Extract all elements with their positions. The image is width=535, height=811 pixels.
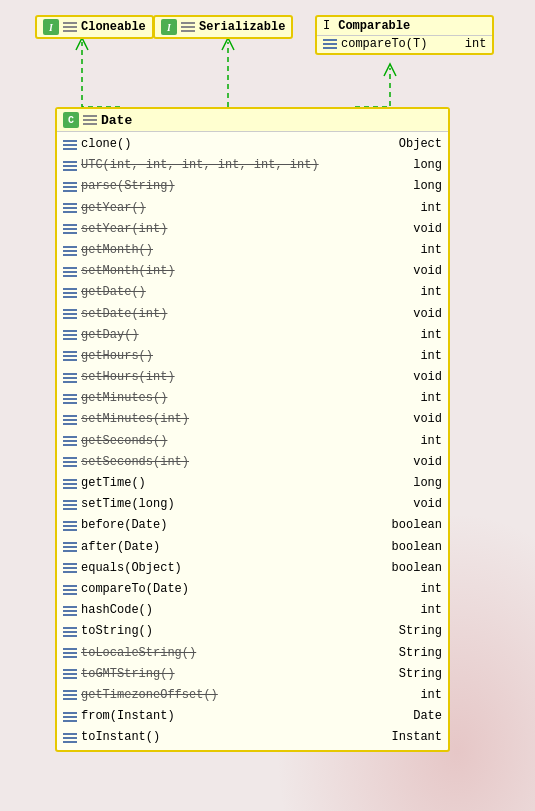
method-name: from(Instant) bbox=[81, 707, 383, 726]
method-row: getHours()int bbox=[57, 346, 448, 367]
method-name: getDate() bbox=[81, 283, 383, 302]
method-row: toInstant()Instant bbox=[57, 727, 448, 748]
comparable-method-row: compareTo(T) int bbox=[317, 35, 492, 53]
method-icon bbox=[63, 307, 77, 321]
method-icon bbox=[63, 646, 77, 660]
method-row: getYear()int bbox=[57, 198, 448, 219]
serializable-icon: I bbox=[161, 19, 177, 35]
serializable-label: Serializable bbox=[199, 20, 285, 34]
comparable-title-row: I Comparable bbox=[317, 17, 492, 35]
method-icon bbox=[63, 625, 77, 639]
date-class-icon: C bbox=[63, 112, 79, 128]
method-name: setYear(int) bbox=[81, 220, 383, 239]
method-row: getSeconds()int bbox=[57, 431, 448, 452]
method-return-type: String bbox=[387, 644, 442, 663]
comparable-method-icon bbox=[323, 37, 337, 51]
method-name: toString() bbox=[81, 622, 383, 641]
method-name: clone() bbox=[81, 135, 383, 154]
serializable-lines-icon bbox=[181, 20, 195, 34]
method-return-type: int bbox=[387, 686, 442, 705]
method-return-type: void bbox=[387, 220, 442, 239]
method-name: UTC(int, int, int, int, int, int) bbox=[81, 156, 383, 175]
comparable-return-type: int bbox=[431, 37, 486, 51]
method-row: before(Date)boolean bbox=[57, 515, 448, 536]
method-return-type: String bbox=[387, 622, 442, 641]
method-icon bbox=[63, 434, 77, 448]
method-icon bbox=[63, 286, 77, 300]
method-return-type: int bbox=[387, 389, 442, 408]
method-return-type: long bbox=[387, 177, 442, 196]
method-return-type: void bbox=[387, 262, 442, 281]
comparable-interface: I Comparable compareTo(T) int bbox=[315, 15, 494, 55]
method-return-type: Object bbox=[387, 135, 442, 154]
method-name: setMinutes(int) bbox=[81, 410, 383, 429]
method-return-type: String bbox=[387, 665, 442, 684]
method-return-type: int bbox=[387, 199, 442, 218]
method-row: setHours(int)void bbox=[57, 367, 448, 388]
method-name: getSeconds() bbox=[81, 432, 383, 451]
method-row: compareTo(Date)int bbox=[57, 579, 448, 600]
comparable-method-name: compareTo(T) bbox=[341, 37, 427, 51]
method-row: getDay()int bbox=[57, 325, 448, 346]
method-row: toLocaleString()String bbox=[57, 643, 448, 664]
method-icon bbox=[63, 159, 77, 173]
method-row: UTC(int, int, int, int, int, int)long bbox=[57, 155, 448, 176]
method-return-type: boolean bbox=[387, 516, 442, 535]
method-name: toGMTString() bbox=[81, 665, 383, 684]
method-icon bbox=[63, 604, 77, 618]
method-icon bbox=[63, 561, 77, 575]
method-name: setMonth(int) bbox=[81, 262, 383, 281]
method-row: toGMTString()String bbox=[57, 664, 448, 685]
method-name: getTime() bbox=[81, 474, 383, 493]
comparable-icon: I bbox=[323, 19, 330, 33]
method-name: setTime(long) bbox=[81, 495, 383, 514]
method-name: getYear() bbox=[81, 199, 383, 218]
method-name: before(Date) bbox=[81, 516, 383, 535]
method-name: after(Date) bbox=[81, 538, 383, 557]
method-icon bbox=[63, 477, 77, 491]
method-name: setDate(int) bbox=[81, 305, 383, 324]
method-icon bbox=[63, 710, 77, 724]
method-name: toLocaleString() bbox=[81, 644, 383, 663]
method-name: getHours() bbox=[81, 347, 383, 366]
method-return-type: boolean bbox=[387, 538, 442, 557]
method-icon bbox=[63, 180, 77, 194]
method-return-type: void bbox=[387, 305, 442, 324]
date-class-lines-icon bbox=[83, 113, 97, 127]
method-return-type: long bbox=[387, 156, 442, 175]
method-return-type: int bbox=[387, 347, 442, 366]
method-return-type: Instant bbox=[387, 728, 442, 747]
method-return-type: int bbox=[387, 283, 442, 302]
method-icon bbox=[63, 413, 77, 427]
method-icon bbox=[63, 498, 77, 512]
method-return-type: long bbox=[387, 474, 442, 493]
method-name: setHours(int) bbox=[81, 368, 383, 387]
method-icon bbox=[63, 688, 77, 702]
method-icon bbox=[63, 371, 77, 385]
method-name: setSeconds(int) bbox=[81, 453, 383, 472]
date-methods-list: clone()ObjectUTC(int, int, int, int, int… bbox=[57, 132, 448, 750]
method-icon bbox=[63, 328, 77, 342]
comparable-label: Comparable bbox=[338, 19, 410, 33]
method-name: equals(Object) bbox=[81, 559, 383, 578]
cloneable-lines-icon bbox=[63, 20, 77, 34]
method-return-type: int bbox=[387, 432, 442, 451]
method-row: parse(String)long bbox=[57, 176, 448, 197]
method-name: getMonth() bbox=[81, 241, 383, 260]
method-icon bbox=[63, 392, 77, 406]
method-row: setMonth(int)void bbox=[57, 261, 448, 282]
method-row: equals(Object)boolean bbox=[57, 558, 448, 579]
date-class-box: C Date clone()ObjectUTC(int, int, int, i… bbox=[55, 107, 450, 752]
method-row: getTimezoneOffset()int bbox=[57, 685, 448, 706]
method-name: toInstant() bbox=[81, 728, 383, 747]
method-return-type: void bbox=[387, 368, 442, 387]
method-return-type: int bbox=[387, 241, 442, 260]
method-return-type: int bbox=[387, 580, 442, 599]
serializable-interface: I Serializable bbox=[153, 15, 293, 39]
method-icon bbox=[63, 349, 77, 363]
method-icon bbox=[63, 244, 77, 258]
method-row: toString()String bbox=[57, 621, 448, 642]
method-return-type: int bbox=[387, 326, 442, 345]
method-icon bbox=[63, 667, 77, 681]
method-icon bbox=[63, 455, 77, 469]
